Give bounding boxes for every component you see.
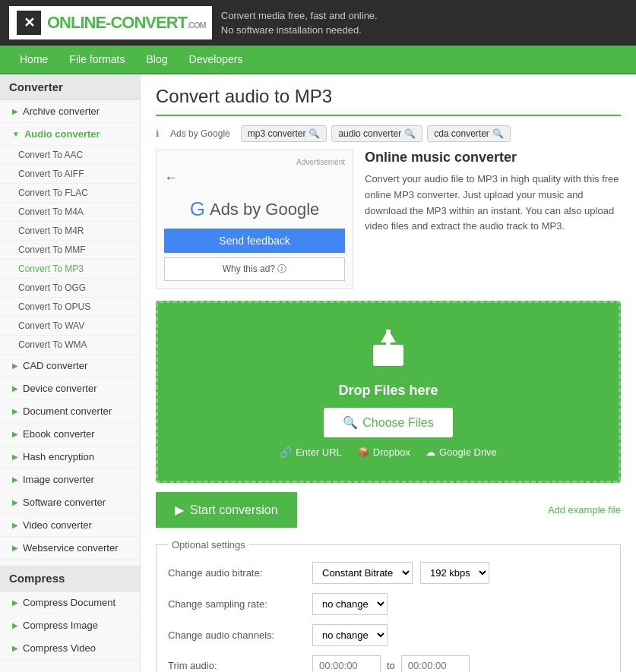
channels-label: Change audio channels: <box>168 629 305 641</box>
nav-developers[interactable]: Developers <box>179 46 254 73</box>
search-icon: 🔍 <box>343 415 358 430</box>
optional-settings: Optional settings Change audio bitrate: … <box>156 539 621 672</box>
bitrate-type-select[interactable]: Constant Bitrate <box>312 562 413 584</box>
trim-from-input[interactable] <box>312 655 381 672</box>
nav-file-formats[interactable]: File formats <box>59 46 135 73</box>
add-example-link[interactable]: Add example file <box>548 504 621 516</box>
google-drive-link[interactable]: ☁ Google Drive <box>426 446 497 458</box>
nav-blog[interactable]: Blog <box>135 46 178 73</box>
setting-sampling-row: Change sampling rate: no change <box>168 593 609 615</box>
arrow-icon: ▶ <box>12 384 18 393</box>
sidebar-subitem-ogg[interactable]: Convert To OGG <box>0 279 140 298</box>
sidebar-label: Software converter <box>23 497 106 508</box>
ad-box: Advertisement ← G Ads by Google Send fee… <box>156 150 353 289</box>
description-text: Convert your audio file to MP3 in high q… <box>365 172 621 235</box>
arrow-icon: ▶ <box>12 475 18 484</box>
sidebar-item-video[interactable]: ▶ Video converter <box>0 514 140 537</box>
header: ✕ ONLINE-CONVERT.COM Convert media free,… <box>0 0 636 46</box>
breadcrumb-cda[interactable]: cda converter 🔍 <box>427 125 511 142</box>
sidebar-label: Webservice converter <box>23 542 118 554</box>
logo-icon: ✕ <box>15 9 43 36</box>
svg-rect-0 <box>373 345 403 366</box>
sidebar-label: Device converter <box>23 383 97 394</box>
main-layout: Converter ▶ Archive converter ▼ Audio co… <box>0 74 636 672</box>
sidebar-subitem-mp3[interactable]: Convert To MP3 <box>0 260 140 279</box>
start-button-label: Start conversion <box>190 503 278 517</box>
sidebar-section-converter: Converter <box>0 74 140 100</box>
arrow-icon: ▶ <box>12 521 18 529</box>
channels-select[interactable]: no change <box>312 624 388 646</box>
sidebar-item-webservice[interactable]: ▶ Webservice converter <box>0 537 140 560</box>
dropbox-link[interactable]: 📦 Dropbox <box>357 446 410 458</box>
sidebar-subitem-m4r[interactable]: Convert To M4R <box>0 222 140 241</box>
search-icon: 🔍 <box>492 128 504 139</box>
sampling-rate-select[interactable]: no change <box>312 593 388 615</box>
description-box: Online music converter Convert your audi… <box>365 150 621 289</box>
arrow-icon: ▶ <box>12 107 18 115</box>
sidebar-subitem-flac[interactable]: Convert To FLAC <box>0 184 140 203</box>
tag-label: audio converter <box>338 128 401 139</box>
sidebar-item-image[interactable]: ▶ Image converter <box>0 469 140 491</box>
sidebar-item-audio[interactable]: ▼ Audio converter <box>0 123 140 146</box>
logo-text-part1: ONLINE- <box>47 13 110 32</box>
upload-area[interactable]: Drop Files here 🔍 Choose Files 🔗 Enter U… <box>156 301 621 483</box>
sidebar-label: Compress Video <box>23 642 96 654</box>
sidebar-subitem-wav[interactable]: Convert To WAV <box>0 317 140 336</box>
start-conversion-button[interactable]: ▶ Start conversion <box>156 492 297 528</box>
enter-url-link[interactable]: 🔗 Enter URL <box>280 446 342 458</box>
sidebar-item-compress-video[interactable]: ▶ Compress Video <box>0 637 140 660</box>
sidebar-item-archive[interactable]: ▶ Archive converter <box>0 100 140 123</box>
sidebar-item-device[interactable]: ▶ Device converter <box>0 377 140 400</box>
header-tagline: Convert media free, fast and online. No … <box>221 8 378 38</box>
sidebar-item-compress-document[interactable]: ▶ Compress Document <box>0 592 140 614</box>
choose-files-button[interactable]: 🔍 Choose Files <box>324 408 452 437</box>
tagline-line2: No software installation needed. <box>221 23 378 38</box>
sidebar-subitem-aac[interactable]: Convert To AAC <box>0 146 140 165</box>
sidebar-subitem-mmf[interactable]: Convert To MMF <box>0 241 140 260</box>
sidebar-item-cad[interactable]: ▶ CAD converter <box>0 355 140 377</box>
bitrate-label: Change audio bitrate: <box>168 567 305 579</box>
nav-home[interactable]: Home <box>9 46 59 73</box>
logo-text: ONLINE-CONVERT.COM <box>47 13 206 33</box>
sidebar-item-document[interactable]: ▶ Document converter <box>0 400 140 423</box>
tag-label: cda converter <box>434 128 489 139</box>
conversion-row: ▶ Start conversion Add example file <box>156 492 621 528</box>
arrow-icon: ▶ <box>12 544 18 552</box>
sidebar-label: Ebook converter <box>23 428 95 440</box>
bitrate-value-select[interactable]: 192 kbps <box>420 562 489 584</box>
advertisement-label: Advertisement <box>164 158 345 166</box>
ad-back-arrow[interactable]: ← <box>164 170 345 186</box>
sidebar-label: Audio converter <box>24 128 100 140</box>
breadcrumb: ℹ Ads by Google mp3 converter 🔍 audio co… <box>156 125 621 142</box>
sidebar-label: CAD converter <box>23 360 87 371</box>
sampling-label: Change sampling rate: <box>168 598 305 610</box>
sidebar-subitem-wma[interactable]: Convert To WMA <box>0 336 140 355</box>
arrow-icon: ▶ <box>12 407 18 415</box>
sidebar-label: Image converter <box>23 474 94 485</box>
setting-channels-row: Change audio channels: no change <box>168 624 609 646</box>
send-feedback-button[interactable]: Send feedback <box>164 229 345 253</box>
logo[interactable]: ✕ ONLINE-CONVERT.COM <box>9 6 212 39</box>
setting-trim-row: Trim audio: to <box>168 655 609 672</box>
sidebar-item-hash[interactable]: ▶ Hash encryption <box>0 446 140 469</box>
arrow-icon: ▶ <box>12 621 18 629</box>
info-icon: ℹ <box>156 128 160 139</box>
sidebar-subitem-opus[interactable]: Convert To OPUS <box>0 298 140 317</box>
sidebar-item-software[interactable]: ▶ Software converter <box>0 491 140 514</box>
arrow-icon: ▶ <box>12 453 18 461</box>
search-icon: 🔍 <box>309 128 320 139</box>
sidebar-item-compress-image[interactable]: ▶ Compress Image <box>0 614 140 637</box>
why-this-ad-button[interactable]: Why this ad? ⓘ <box>164 257 345 281</box>
main-content: Convert audio to MP3 ℹ Ads by Google mp3… <box>141 74 636 672</box>
sidebar-label: Video converter <box>23 519 92 531</box>
logo-com: .COM <box>187 21 206 30</box>
trim-to-input[interactable] <box>401 655 470 672</box>
sidebar-subitem-aiff[interactable]: Convert To AIFF <box>0 165 140 184</box>
drop-text: Drop Files here <box>173 383 603 399</box>
sidebar-subitem-m4a[interactable]: Convert To M4A <box>0 203 140 222</box>
setting-bitrate-row: Change audio bitrate: Constant Bitrate 1… <box>168 562 609 584</box>
ads-by-google-label: Ads by Google <box>210 200 319 219</box>
sidebar-item-ebook[interactable]: ▶ Ebook converter <box>0 423 140 446</box>
breadcrumb-audio[interactable]: audio converter 🔍 <box>331 125 422 142</box>
breadcrumb-mp3[interactable]: mp3 converter 🔍 <box>241 125 327 142</box>
